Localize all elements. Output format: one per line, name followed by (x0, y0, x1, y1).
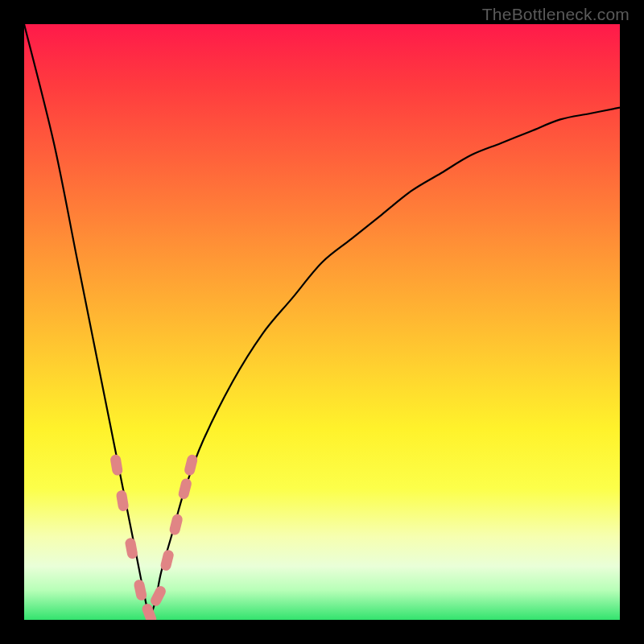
marker-dash (159, 549, 175, 572)
bottleneck-chart (24, 24, 620, 620)
bottleneck-curve-line (24, 24, 620, 614)
curve-path-group (24, 24, 620, 614)
marker-group (109, 453, 199, 620)
plot-area (24, 24, 620, 620)
marker-dash (184, 453, 199, 476)
marker-dash (149, 584, 167, 608)
marker-dash (124, 537, 138, 559)
marker-dash (177, 477, 192, 500)
marker-dash (168, 513, 184, 535)
chart-frame: TheBottleneck.com (0, 0, 644, 644)
marker-dash (133, 579, 147, 601)
marker-dash (109, 454, 123, 477)
watermark-text: TheBottleneck.com (482, 5, 630, 24)
marker-dash (116, 489, 130, 512)
